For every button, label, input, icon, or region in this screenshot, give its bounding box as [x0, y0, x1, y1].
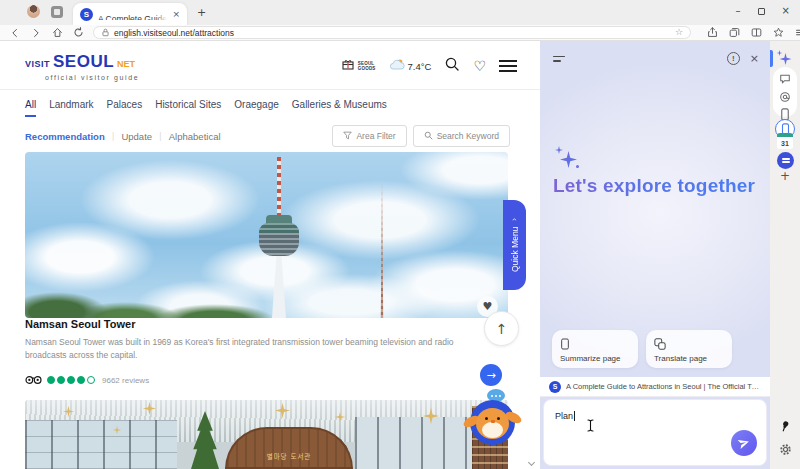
- library-sign: 별마당 도서관: [225, 427, 353, 469]
- funnel-icon: [343, 131, 352, 142]
- sparkle-small: [555, 146, 563, 154]
- search-keyword-button[interactable]: Search Keyword: [413, 125, 510, 147]
- favorites-heart-icon[interactable]: ♡: [473, 59, 486, 73]
- rating-dot: [57, 376, 65, 384]
- info-icon[interactable]: !: [727, 52, 740, 65]
- url-bar[interactable]: english.visitseoul.net/attractions ☆: [93, 26, 691, 39]
- sort-separator: |: [112, 132, 115, 141]
- weather-widget[interactable]: 7.4°C: [389, 57, 432, 75]
- radio-tower: [377, 180, 387, 318]
- rating-row: 9662 reviews: [25, 371, 149, 389]
- sidebar-ai-icon[interactable]: [770, 51, 800, 66]
- share-icon[interactable]: [706, 27, 718, 39]
- input-line: Plan: [555, 411, 575, 421]
- logo-row: VISIT SEOUL NET: [25, 52, 139, 72]
- calendar-icon[interactable]: 31: [777, 133, 793, 149]
- collections-icon[interactable]: [728, 27, 740, 39]
- split-screen-icon[interactable]: [750, 27, 762, 39]
- context-page-title: A Complete Guide to Attractions in Seoul…: [566, 382, 761, 391]
- site-header: VISIT SEOUL NET official visitor guide S…: [25, 45, 517, 87]
- link-icon[interactable]: [779, 89, 791, 107]
- profile-avatar[interactable]: [27, 5, 40, 18]
- window-close-button[interactable]: ×: [782, 6, 790, 16]
- quick-menu-tab[interactable]: Quick Menu ›: [503, 200, 526, 290]
- page-context-bar[interactable]: S A Complete Guide to Attractions in Seo…: [540, 377, 770, 397]
- home-icon[interactable]: [51, 27, 63, 39]
- forward-icon[interactable]: [30, 27, 42, 39]
- area-filter-button[interactable]: Area Filter: [332, 125, 406, 147]
- chat-input[interactable]: Plan: [543, 399, 767, 466]
- lock-icon: [101, 28, 110, 37]
- ai-assistant-panel: ! × Let's explore together Summarize pag…: [540, 41, 770, 469]
- favorites-icon[interactable]: [772, 27, 784, 39]
- send-plane-icon: [736, 435, 751, 450]
- sort-separator: |: [159, 132, 162, 141]
- logo-seoul: SEOUL: [53, 52, 114, 72]
- minimize-button[interactable]: –: [736, 6, 741, 16]
- seoul-goods-button[interactable]: SEOULGOODS: [341, 57, 376, 75]
- maximize-button[interactable]: [758, 8, 765, 15]
- toolbar-right-icons: [706, 27, 800, 39]
- new-tab-button[interactable]: +: [194, 5, 209, 20]
- settings-gear-icon[interactable]: [770, 443, 800, 456]
- area-filter-label: Area Filter: [356, 131, 395, 141]
- panel-close-icon[interactable]: ×: [750, 53, 759, 64]
- logo-tagline: official visitor guide: [45, 74, 139, 81]
- attraction-card[interactable]: Namsan Seoul Tower Namsan Seoul Tower wa…: [25, 318, 508, 396]
- scroll-to-top-button[interactable]: ↑: [484, 311, 519, 346]
- refresh-icon[interactable]: [72, 27, 84, 39]
- nav-tab-galleries-museums[interactable]: Galleries & Museums: [292, 99, 387, 117]
- card-title: Namsan Seoul Tower: [25, 318, 508, 330]
- tower-antenna: [277, 157, 281, 217]
- edge-sidebar: 31 +: [770, 41, 800, 469]
- library-window-left: [25, 420, 177, 469]
- nav-tab-all[interactable]: All: [25, 99, 36, 117]
- chat-icon[interactable]: [779, 71, 791, 89]
- back-icon[interactable]: [9, 27, 21, 39]
- context-favicon: S: [549, 381, 561, 393]
- sort-option-recommendation[interactable]: Recommendation: [25, 131, 105, 142]
- browser-window: S A Complete Guide to Attr × + – × eng: [0, 0, 800, 469]
- panel-menu-icon[interactable]: [553, 56, 565, 62]
- panel-header: ! ×: [553, 52, 759, 65]
- page-scroll-down-icon[interactable]: [528, 459, 535, 466]
- bookmark-star-icon[interactable]: ☆: [675, 28, 683, 37]
- nav-tab-landmark[interactable]: Landmark: [49, 99, 93, 117]
- namsan-tower-photo[interactable]: [25, 152, 508, 318]
- heart-icon: ♥: [483, 301, 493, 312]
- tab-title: A Complete Guide to Attr: [98, 14, 167, 20]
- card-description: Namsan Seoul Tower was built in 1969 as …: [25, 336, 495, 362]
- shop-badge-icon[interactable]: [777, 152, 794, 169]
- nav-tab-palaces[interactable]: Palaces: [107, 99, 143, 117]
- workspaces-icon[interactable]: [51, 6, 63, 18]
- chatbot-mascot[interactable]: [470, 389, 518, 451]
- tab-favicon: S: [80, 8, 93, 21]
- browser-menu-icon[interactable]: [794, 27, 800, 39]
- ai-action-chips: Summarize page Translate page: [552, 330, 732, 368]
- pin-sidebar-icon[interactable]: [770, 420, 800, 432]
- starfield-library-photo[interactable]: 별마당 도서관: [25, 400, 508, 469]
- send-button[interactable]: [731, 430, 757, 456]
- visitseoul-logo[interactable]: VISIT SEOUL NET official visitor guide: [25, 52, 139, 81]
- rating-dot: [47, 376, 55, 384]
- summarize-page-chip[interactable]: Summarize page: [552, 330, 638, 368]
- filter-row: Recommendation | Update | Alphabetical A…: [25, 125, 510, 147]
- arrow-right-icon: →: [486, 370, 495, 381]
- sort-option-update[interactable]: Update: [121, 131, 152, 142]
- nav-tab-historical-sites[interactable]: Historical Sites: [155, 99, 221, 117]
- sidebar-add-icon[interactable]: +: [770, 169, 800, 183]
- nav-tab-oraegage[interactable]: Oraegage: [234, 99, 278, 117]
- card-detail-button[interactable]: →: [480, 364, 502, 386]
- tower-shaft: [272, 256, 286, 318]
- panel-header-right: ! ×: [727, 52, 759, 65]
- sparkle-dot: [576, 165, 579, 168]
- sort-option-alphabetical[interactable]: Alphabetical: [169, 131, 221, 142]
- browser-tab[interactable]: S A Complete Guide to Attr ×: [73, 3, 187, 25]
- library-window-right: [355, 417, 473, 469]
- translate-page-chip[interactable]: Translate page: [646, 330, 732, 368]
- tab-close-icon[interactable]: ×: [172, 9, 180, 19]
- browser-toolbar: english.visitseoul.net/attractions ☆: [0, 25, 800, 41]
- tripadvisor-icon: [25, 371, 42, 389]
- site-menu-icon[interactable]: [499, 60, 517, 72]
- site-search-icon[interactable]: [444, 56, 460, 76]
